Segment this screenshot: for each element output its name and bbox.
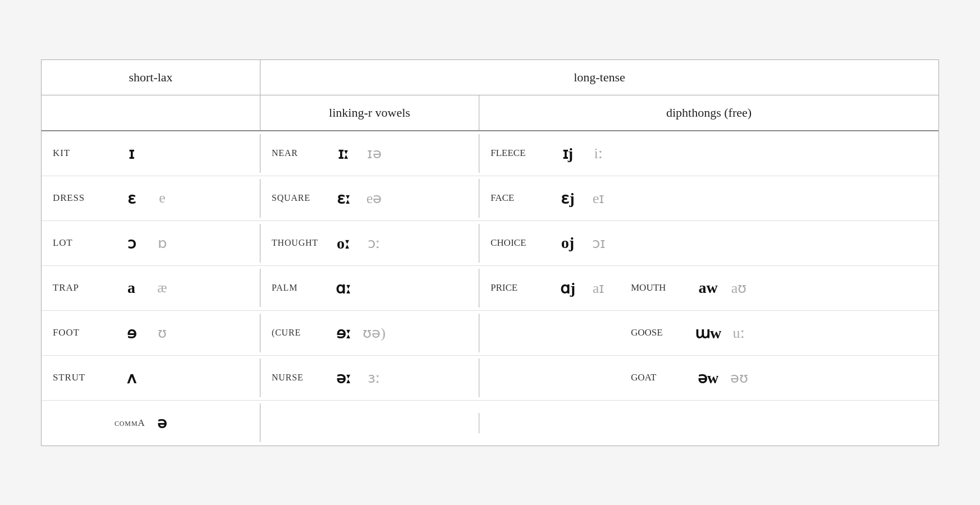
table-row: KIT ɪ NEAR ɪː ɪə FLEECE ɪj iː (42, 131, 938, 176)
col-diphthongs: FLEECE ɪj iː (479, 134, 938, 173)
col-diphthongs: CHOICE oj ɔɪ (479, 224, 938, 262)
col-short-lax: commA ə (42, 403, 260, 442)
table-row: DRESS ɛ e SQUARE ɛː eə FACE ɛj eɪ (42, 176, 938, 221)
col-short-lax: STRUT ʌ (42, 359, 260, 397)
header-row-2: linking-r vowels diphthongs (free) (42, 95, 938, 131)
col-short-lax: TRAP a æ (42, 269, 260, 307)
col-diphthongs (479, 413, 938, 433)
table-row: TRAP a æ PALM ɑː PRICE ɑj aɪ MOUTH aw aʊ (42, 266, 938, 311)
col-linking-r: SQUARE ɛː eə (260, 179, 479, 218)
col-diphthongs: FACE ɛj eɪ (479, 179, 938, 218)
body-rows: KIT ɪ NEAR ɪː ɪə FLEECE ɪj iː DRESS (42, 131, 938, 446)
header-row-1: short-lax long-tense (42, 60, 938, 95)
vowel-table: short-lax long-tense linking-r vowels di… (41, 59, 939, 446)
col-short-lax: FOOT ɘ ʊ (42, 314, 260, 352)
col-short-lax: LOT ɔ ɒ (42, 224, 260, 263)
col-linking-r: NURSE əː ɜː (260, 359, 479, 397)
header-empty (42, 95, 260, 130)
col-short-lax: DRESS ɛ e (42, 179, 260, 218)
col-diphthongs: PRICE ɑj aɪ MOUTH aw aʊ (479, 269, 938, 307)
col-diphthongs: GOOSE ɯw uː (479, 314, 938, 352)
col-linking-r: THOUGHT oː ɔː (260, 224, 479, 263)
header-long-tense: long-tense (260, 60, 938, 95)
col-linking-r (260, 413, 479, 433)
col-linking-r: NEAR ɪː ɪə (260, 134, 479, 173)
col-short-lax: KIT ɪ (42, 134, 260, 173)
table-row: FOOT ɘ ʊ (CURE ɘː ʊə) GOOSE ɯw uː (42, 311, 938, 356)
header-diphthongs: diphthongs (free) (479, 95, 938, 130)
table-row: commA ə (42, 401, 938, 446)
header-short-lax: short-lax (42, 60, 260, 95)
col-diphthongs: GOAT əw əʊ (479, 359, 938, 397)
header-linking-r: linking-r vowels (260, 95, 479, 130)
col-linking-r: (CURE ɘː ʊə) (260, 314, 479, 352)
table-row: STRUT ʌ NURSE əː ɜː GOAT əw əʊ (42, 356, 938, 401)
col-linking-r: PALM ɑː (260, 269, 479, 307)
table-row: LOT ɔ ɒ THOUGHT oː ɔː CHOICE oj ɔɪ (42, 221, 938, 266)
